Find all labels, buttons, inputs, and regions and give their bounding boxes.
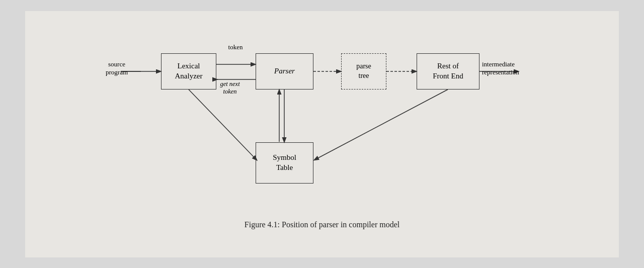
arrows-svg bbox=[96, 39, 548, 210]
svg-line-6 bbox=[189, 90, 257, 160]
get-next-token-label: get nexttoken bbox=[207, 80, 253, 96]
intermediate-representation-label: intermediaterepresentation bbox=[482, 60, 547, 77]
page: LexicalAnalyzer Parser parsetree Rest of… bbox=[25, 11, 619, 257]
diagram: LexicalAnalyzer Parser parsetree Rest of… bbox=[96, 39, 548, 210]
svg-line-7 bbox=[314, 90, 448, 160]
source-program-label: sourceprogram bbox=[97, 60, 137, 77]
token-label: token bbox=[217, 43, 254, 51]
figure-caption: Figure 4.1: Position of parser in compil… bbox=[245, 220, 399, 229]
